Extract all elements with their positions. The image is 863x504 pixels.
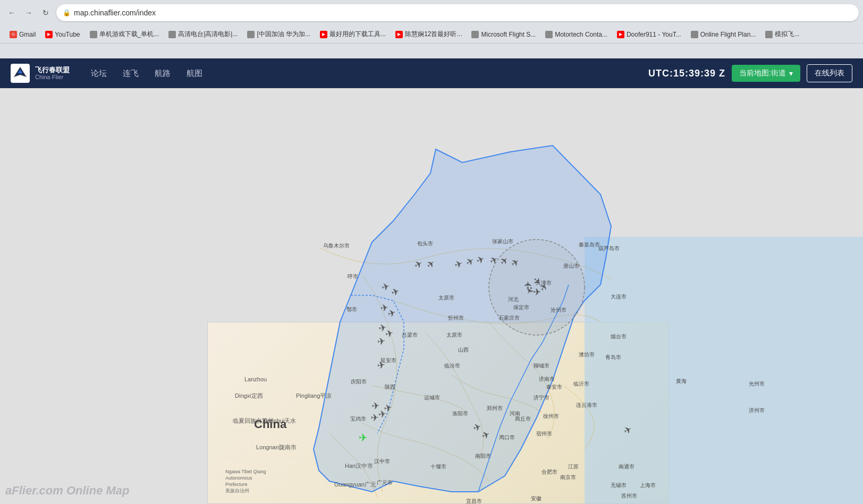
bookmark-item[interactable]: Online Flight Plan... <box>687 28 760 41</box>
svg-text:宝鸡市: 宝鸡市 <box>350 416 366 422</box>
nav-menu: 论坛连飞航路航图 <box>91 69 202 79</box>
svg-text:Prefecture: Prefecture <box>225 482 248 487</box>
bookmark-item[interactable]: 高清电台|高清电影|... <box>164 28 242 41</box>
svg-text:Guangyuan广元: Guangyuan广元 <box>334 481 376 488</box>
svg-text:太原市: 太原市 <box>446 332 462 338</box>
address-text: map.chinaflier.com/index <box>74 8 852 17</box>
nav-item-论坛[interactable]: 论坛 <box>91 69 107 79</box>
svg-text:河北: 河北 <box>508 296 519 302</box>
svg-text:Dingxi定西: Dingxi定西 <box>235 392 263 399</box>
svg-text:大连市: 大连市 <box>611 294 627 300</box>
bookmark-item[interactable]: Microsoft Flight S... <box>467 28 540 41</box>
svg-text:忻州市: 忻州市 <box>447 315 464 321</box>
bookmark-item[interactable]: ▶Doofer911 - YouT... <box>613 28 686 41</box>
svg-text:汉中市: 汉中市 <box>374 458 390 464</box>
svg-text:合肥市: 合肥市 <box>542 469 557 475</box>
back-button[interactable]: ← <box>4 5 19 20</box>
address-bar[interactable]: 🔒 map.chinaflier.com/index <box>56 4 859 21</box>
svg-text:鄂市: 鄂市 <box>346 306 357 312</box>
svg-text:延安市: 延安市 <box>380 357 396 363</box>
svg-text:乌鲁木尔市: 乌鲁木尔市 <box>323 243 350 249</box>
svg-text:宜昌市: 宜昌市 <box>466 498 482 504</box>
utc-time: UTC:15:39:39 Z <box>648 68 725 79</box>
svg-text:山西: 山西 <box>458 347 469 353</box>
svg-text:南通市: 南通市 <box>619 464 634 469</box>
svg-text:南京市: 南京市 <box>560 474 576 480</box>
svg-text:安徽: 安徽 <box>531 496 542 501</box>
svg-text:潍坊市: 潍坊市 <box>579 352 595 357</box>
svg-text:呼市: 呼市 <box>348 274 358 279</box>
svg-text:无锡市: 无锡市 <box>611 482 627 488</box>
svg-text:葫芦岛市: 葫芦岛市 <box>598 245 620 251</box>
bookmark-item[interactable]: Motortech Conta... <box>541 28 612 41</box>
svg-text:唐山市: 唐山市 <box>563 263 579 269</box>
nav-buttons: ← → ↻ <box>4 5 53 20</box>
svg-text:✈: ✈ <box>359 432 368 443</box>
bookmark-item[interactable]: ▶陈慧娴12首最好听... <box>391 28 466 41</box>
svg-text:✈: ✈ <box>370 412 379 423</box>
map-container[interactable]: ✈ ✈ ✈ ✈ ✈ ✈ ✈ ✈ ✈ ✈ ✈ ✈ ✈ ✈ ✈ ✈ ✈ ✈ ✈ ✈ … <box>0 88 863 504</box>
svg-text:Pingliang平凉: Pingliang平凉 <box>296 392 332 399</box>
svg-text:保定市: 保定市 <box>513 304 529 310</box>
svg-text:China: China <box>254 417 287 431</box>
svg-text:苏州市: 苏州市 <box>621 493 637 499</box>
svg-text:Autonomous: Autonomous <box>225 475 252 481</box>
svg-text:济南市: 济南市 <box>539 376 555 382</box>
svg-text:郑州市: 郑州市 <box>487 405 503 411</box>
svg-text:临沂市: 临沂市 <box>573 381 589 387</box>
bookmark-item[interactable]: GGmail <box>5 28 40 41</box>
svg-text:商丘市: 商丘市 <box>515 416 531 422</box>
svg-text:青岛市: 青岛市 <box>605 354 621 360</box>
svg-text:✈: ✈ <box>377 336 386 347</box>
svg-text:黄海: 黄海 <box>676 378 687 384</box>
nav-item-连飞[interactable]: 连飞 <box>123 69 139 79</box>
svg-text:Han汉中市: Han汉中市 <box>345 463 373 469</box>
bookmark-item[interactable]: ▶YouTube <box>41 28 84 41</box>
svg-text:包头市: 包头市 <box>417 241 433 246</box>
online-list-button[interactable]: 在线列表 <box>807 64 852 82</box>
svg-text:运城市: 运城市 <box>424 395 440 400</box>
svg-text:沧州市: 沧州市 <box>551 307 566 313</box>
svg-text:周口市: 周口市 <box>499 434 515 440</box>
bookmark-item[interactable]: ▶最好用的下载工具... <box>316 28 390 41</box>
svg-text:十堰市: 十堰市 <box>430 464 446 469</box>
svg-text:临汾市: 临汾市 <box>444 363 460 369</box>
svg-text:济州市: 济州市 <box>749 407 765 413</box>
nav-item-航图[interactable]: 航图 <box>187 69 202 79</box>
svg-text:陕西: 陕西 <box>385 384 395 390</box>
bookmark-item[interactable]: 模拟飞... <box>761 28 803 41</box>
svg-text:广元市: 广元市 <box>377 480 393 485</box>
svg-text:Ngawa Tibet Qiang: Ngawa Tibet Qiang <box>225 469 266 474</box>
reload-button[interactable]: ↻ <box>38 5 53 20</box>
logo-text: 飞行春联盟 China Flier <box>35 66 70 81</box>
svg-text:徐州市: 徐州市 <box>543 413 559 419</box>
nav-item-航路[interactable]: 航路 <box>155 69 171 79</box>
svg-text:张家山市: 张家山市 <box>492 238 513 244</box>
bookmark-item[interactable]: 单机游戏下载_单机... <box>86 28 164 41</box>
svg-text:洛阳市: 洛阳市 <box>452 411 468 416</box>
svg-text:Longnan陇南市: Longnan陇南市 <box>256 444 297 450</box>
browser-toolbar: ← → ↻ 🔒 map.chinaflier.com/index <box>0 0 863 25</box>
svg-text:庆阳市: 庆阳市 <box>351 379 367 385</box>
bookmarks-bar: GGmail▶YouTube单机游戏下载_单机...高清电台|高清电影|...[… <box>0 25 863 44</box>
svg-text:烟台市: 烟台市 <box>611 334 627 339</box>
svg-text:江苏: 江苏 <box>568 464 579 469</box>
svg-text:连云港市: 连云港市 <box>576 402 597 408</box>
svg-text:美族自治州: 美族自治州 <box>225 488 249 493</box>
forward-button[interactable]: → <box>21 5 36 20</box>
svg-text:太原市: 太原市 <box>438 295 454 301</box>
bookmark-item[interactable]: [中国加油 华为加... <box>243 28 315 41</box>
map-svg: ✈ ✈ ✈ ✈ ✈ ✈ ✈ ✈ ✈ ✈ ✈ ✈ ✈ ✈ ✈ ✈ ✈ ✈ ✈ ✈ … <box>0 88 863 504</box>
svg-text:河南: 河南 <box>510 411 520 416</box>
map-select-button[interactable]: 当前地图:街道 ▾ <box>732 65 800 82</box>
logo-area: 飞行春联盟 China Flier <box>11 64 70 83</box>
svg-text:吕梁市: 吕梁市 <box>402 332 418 338</box>
svg-text:泰安市: 泰安市 <box>546 384 562 390</box>
svg-text:光州市: 光州市 <box>749 381 765 387</box>
svg-text:南阳市: 南阳市 <box>475 453 491 459</box>
lock-icon: 🔒 <box>63 9 71 16</box>
svg-text:石家庄市: 石家庄市 <box>498 315 520 321</box>
svg-text:宿州市: 宿州市 <box>536 431 552 437</box>
svg-text:济宁市: 济宁市 <box>534 395 549 400</box>
header-right: UTC:15:39:39 Z 当前地图:街道 ▾ 在线列表 <box>648 64 852 82</box>
